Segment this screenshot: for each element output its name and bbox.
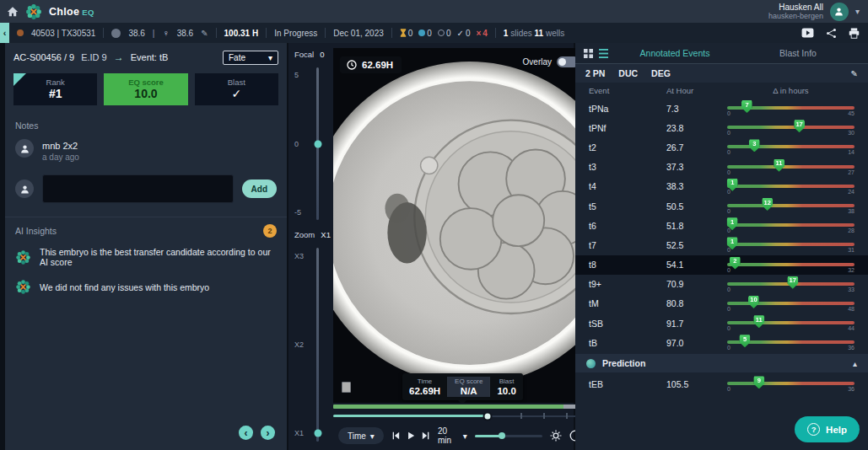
delta-slider[interactable]: 12 0 38 xyxy=(727,198,855,214)
share-icon[interactable] xyxy=(826,28,837,39)
scale-min: 0 xyxy=(727,130,731,136)
zoom-handle[interactable] xyxy=(314,430,321,437)
image-note-icon[interactable] xyxy=(342,382,351,393)
event-row[interactable]: t9+ 70.9 17 0 33 xyxy=(575,275,868,294)
speed-slider[interactable] xyxy=(475,431,542,442)
delta-marker[interactable]: 12 xyxy=(762,198,773,211)
delta-track xyxy=(727,185,855,188)
scale-max: 27 xyxy=(848,169,855,175)
time-mode-dropdown[interactable]: Time ▾ xyxy=(338,427,384,444)
delta-marker[interactable]: 17 xyxy=(787,276,798,289)
next-embryo-button[interactable]: › xyxy=(261,426,275,440)
delta-slider[interactable]: 9 0 36 xyxy=(727,376,855,392)
brightness-icon[interactable] xyxy=(550,430,562,442)
event-row[interactable]: t7 52.5 1 0 31 xyxy=(575,235,868,254)
timeline-scrubber[interactable] xyxy=(333,410,586,421)
delta-slider[interactable]: 3 0 14 xyxy=(727,139,855,155)
event-hour: 23.8 xyxy=(666,123,727,133)
delta-slider[interactable]: 1 0 28 xyxy=(727,217,855,233)
count-ring: 0 xyxy=(438,29,451,38)
zoom-track[interactable] xyxy=(316,248,319,442)
home-icon[interactable] xyxy=(7,6,19,18)
events-column-header: Event At Hour Δ in hours xyxy=(575,83,868,99)
grid-view-icon[interactable] xyxy=(584,49,593,58)
interval-dropdown[interactable]: 20 min ▾ xyxy=(438,426,467,445)
events-tab-bar: Annotated Events Blast Info xyxy=(575,43,868,64)
viewer-rail: Focal 0 5 0 -5 Zoom X1 X3 X2 X1 xyxy=(288,43,331,450)
flag-duc: DUC xyxy=(618,68,638,78)
delta-marker[interactable]: 2 xyxy=(730,257,741,270)
embryo-image xyxy=(333,48,586,403)
event-row[interactable]: tM 80.8 10 0 48 xyxy=(575,294,868,313)
event-row[interactable]: t2 26.7 3 0 14 xyxy=(575,137,868,157)
arrow-right-icon: → xyxy=(114,51,124,63)
bookmark-corner-icon[interactable] xyxy=(13,73,26,86)
delta-slider[interactable]: 1 0 31 xyxy=(727,237,855,253)
count-cross: × 4 xyxy=(476,29,487,38)
event-row[interactable]: tPNa 7.3 7 0 45 xyxy=(575,99,868,118)
event-hour: 91.7 xyxy=(666,319,727,329)
event-row[interactable]: t6 51.8 1 0 28 xyxy=(575,216,868,235)
delta-marker[interactable]: 10 xyxy=(748,296,759,308)
event-name: t6 xyxy=(589,221,666,231)
delta-marker[interactable]: 11 xyxy=(774,159,784,172)
delta-marker[interactable]: 11 xyxy=(753,315,764,328)
speed-handle[interactable] xyxy=(499,432,505,439)
delta-slider[interactable]: 11 0 27 xyxy=(727,159,855,175)
user-menu[interactable]: Hausken All hausken-bergen ▾ xyxy=(768,3,860,21)
previous-embryo-button[interactable]: ‹ xyxy=(239,426,253,440)
delta-slider[interactable]: 17 0 33 xyxy=(727,276,855,292)
event-progress-bar[interactable] xyxy=(333,404,586,409)
play-button[interactable] xyxy=(407,431,415,440)
help-button[interactable]: ? Help xyxy=(795,416,860,442)
delta-slider[interactable]: 17 0 30 xyxy=(727,120,855,136)
event-row[interactable]: t4 38.3 1 0 24 xyxy=(575,177,868,196)
zoom-slider[interactable]: X3 X2 X1 xyxy=(294,246,328,443)
chevron-down-icon: ▾ xyxy=(268,53,272,62)
event-row[interactable]: t5 50.5 12 0 38 xyxy=(575,196,868,216)
tab-annotated-events[interactable]: Annotated Events xyxy=(613,48,736,58)
user-avatar[interactable] xyxy=(830,3,849,21)
fate-dropdown[interactable]: Fate ▾ xyxy=(223,51,278,65)
embryo-image-stage[interactable]: 62.69H Overlay Time 62.69H EQ score N/A xyxy=(333,48,586,403)
delta-slider[interactable]: 2 0 32 xyxy=(727,257,855,273)
event-name: tB xyxy=(589,338,666,348)
collapse-panel-button[interactable]: ‹ xyxy=(0,23,9,43)
delta-slider[interactable]: 10 0 48 xyxy=(727,296,855,312)
event-row[interactable]: tB 97.0 5 0 36 xyxy=(575,333,868,352)
skip-forward-button[interactable] xyxy=(422,431,430,440)
event-row[interactable]: t8 54.1 2 0 32 xyxy=(575,255,868,275)
eq-score-label: EQ score xyxy=(128,78,164,87)
scrubber-handle[interactable] xyxy=(483,411,493,421)
video-export-icon[interactable] xyxy=(801,28,814,38)
delta-slider[interactable]: 1 0 24 xyxy=(727,179,855,195)
event-row[interactable]: t3 37.3 11 0 27 xyxy=(575,158,868,177)
edit-temperature-icon[interactable]: ✎ xyxy=(201,29,208,38)
delta-track xyxy=(727,165,855,169)
delta-slider[interactable]: 11 0 44 xyxy=(727,315,855,331)
delta-slider[interactable]: 5 0 36 xyxy=(727,335,855,351)
delta-marker[interactable]: 3 xyxy=(749,139,760,152)
print-icon[interactable] xyxy=(849,28,860,39)
delta-slider[interactable]: 7 0 45 xyxy=(727,100,855,116)
focal-handle[interactable] xyxy=(314,140,321,147)
prediction-table: tEB 105.5 9 0 36 xyxy=(575,372,868,395)
skip-back-button[interactable] xyxy=(391,431,400,440)
delta-marker[interactable]: 9 xyxy=(753,376,764,388)
comment-input[interactable] xyxy=(42,174,234,203)
event-row[interactable]: tSB 91.7 11 0 44 xyxy=(575,313,868,333)
delta-marker[interactable]: 5 xyxy=(739,335,750,347)
edit-annotations-icon[interactable]: ✎ xyxy=(851,69,858,78)
delta-marker[interactable]: 17 xyxy=(794,120,805,132)
delta-marker[interactable]: 7 xyxy=(741,100,752,113)
scale-min: 0 xyxy=(727,169,731,175)
tab-blast-info[interactable]: Blast Info xyxy=(736,48,860,58)
chevron-down-icon[interactable]: ▾ xyxy=(855,7,860,16)
event-row[interactable]: tEB 105.5 9 0 36 xyxy=(575,372,868,395)
scale-max: 28 xyxy=(848,228,855,233)
chevron-up-icon[interactable]: ▴ xyxy=(853,359,857,368)
event-row[interactable]: tPNf 23.8 17 0 30 xyxy=(575,118,868,137)
focal-slider[interactable]: 5 0 -5 xyxy=(294,66,328,222)
add-comment-button[interactable]: Add xyxy=(242,179,277,198)
list-view-icon[interactable] xyxy=(599,49,608,58)
